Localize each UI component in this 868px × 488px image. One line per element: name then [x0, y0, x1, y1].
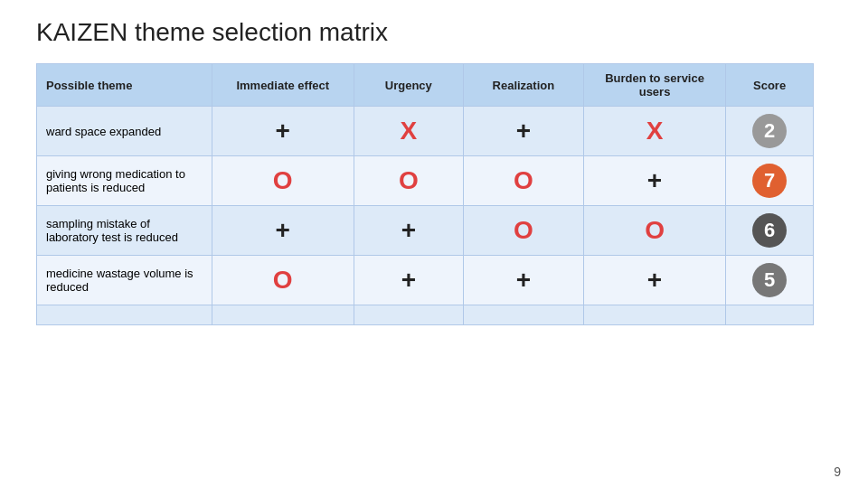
score-badge: 6 [752, 213, 787, 248]
table-row-empty [37, 305, 814, 325]
header-score: Score [726, 64, 814, 107]
cell-urgency: + [354, 256, 463, 305]
cell-empty [212, 305, 354, 325]
cell-immediate: O [212, 256, 354, 305]
score-badge: 2 [752, 114, 787, 148]
table-row: giving wrong medication to patients is r… [37, 156, 814, 206]
page-container: KAIZEN theme selection matrix Possible t… [0, 0, 868, 343]
cell-score: 7 [726, 156, 814, 206]
header-immediate-effect: Immediate effect [212, 64, 354, 107]
cell-burden: + [583, 156, 725, 206]
cell-theme: sampling mistake of laboratory test is r… [37, 206, 212, 256]
score-badge: 7 [752, 164, 787, 198]
header-burden: Burden to service users [583, 64, 725, 107]
header-realization: Realization [463, 64, 583, 107]
cell-empty [463, 305, 583, 325]
cell-urgency: + [354, 206, 463, 256]
table-row: ward space expanded+X+X2 [37, 107, 814, 156]
cell-realization: O [463, 156, 583, 206]
cell-realization: + [463, 256, 583, 305]
table-header-row: Possible theme Immediate effect Urgency … [37, 64, 814, 107]
cell-burden: + [583, 256, 725, 305]
page-title: KAIZEN theme selection matrix [36, 18, 832, 47]
cell-theme: giving wrong medication to patients is r… [37, 156, 212, 206]
cell-realization: O [463, 206, 583, 256]
cell-score: 6 [726, 206, 814, 256]
cell-burden: O [583, 206, 725, 256]
cell-empty [583, 305, 725, 325]
cell-empty [37, 305, 212, 325]
table-row: medicine wastage volume is reducedO+++5 [37, 256, 814, 305]
score-badge: 5 [752, 263, 787, 297]
cell-empty [726, 305, 814, 325]
header-possible-theme: Possible theme [37, 64, 212, 107]
kaizen-matrix-table: Possible theme Immediate effect Urgency … [36, 63, 814, 325]
cell-immediate: + [212, 206, 354, 256]
cell-realization: + [463, 107, 583, 156]
cell-score: 5 [726, 256, 814, 305]
page-number: 9 [834, 465, 841, 479]
cell-urgency: O [354, 156, 463, 206]
cell-theme: medicine wastage volume is reduced [37, 256, 212, 305]
cell-burden: X [583, 107, 725, 156]
cell-immediate: O [212, 156, 354, 206]
cell-immediate: + [212, 107, 354, 156]
cell-score: 2 [726, 107, 814, 156]
cell-theme: ward space expanded [37, 107, 212, 156]
table-row: sampling mistake of laboratory test is r… [37, 206, 814, 256]
header-urgency: Urgency [354, 64, 463, 107]
cell-empty [354, 305, 463, 325]
cell-urgency: X [354, 107, 463, 156]
